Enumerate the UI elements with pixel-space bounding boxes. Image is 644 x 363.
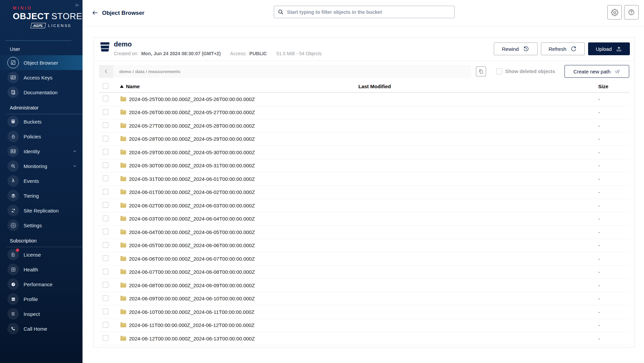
row-checkbox[interactable] [103,109,108,115]
row-checkbox[interactable] [103,216,108,221]
table-row[interactable]: 2024-06-04T00:00:00.000Z_2024-06-05T00:0… [99,226,630,239]
sidebar-item[interactable]: Health [0,262,83,277]
settings-icon [7,220,19,231]
object-browser-icon [7,57,19,68]
breadcrumb-back-button[interactable] [99,65,113,78]
table-row[interactable]: 2024-05-30T00:00:00.000Z_2024-05-31T00:0… [99,159,630,173]
sidebar-item-label: Identity [24,148,40,154]
sidebar-item[interactable]: Tiering [0,188,83,203]
row-checkbox[interactable] [103,269,108,274]
show-deleted-toggle: Show deleted objects [496,68,555,74]
object-name: 2024-06-07T00:00:00.000Z_2024-06-08T00:0… [129,269,255,275]
row-checkbox[interactable] [103,136,108,141]
row-checkbox[interactable] [103,162,108,168]
settings-button[interactable] [607,5,622,20]
call-home-icon [7,323,19,334]
row-checkbox[interactable] [103,308,108,314]
rewind-button[interactable]: Rewind [494,42,538,55]
sidebar-item[interactable]: Performance [0,277,83,292]
sidebar-item[interactable]: Identity [0,144,83,159]
row-checkbox[interactable] [103,189,108,195]
sidebar-item[interactable]: License [0,247,83,262]
object-name: 2024-05-25T00:00:00.000Z_2024-05-26T00:0… [129,96,255,102]
object-name: 2024-06-03T00:00:00.000Z_2024-06-04T00:0… [129,216,255,222]
back-arrow-icon[interactable] [92,9,98,16]
row-checkbox[interactable] [103,175,108,181]
row-checkbox[interactable] [103,282,108,288]
sidebar-item[interactable]: Object Browser [0,55,83,70]
performance-icon [7,278,19,290]
sidebar-section-subscription: Subscription License [0,233,83,336]
row-checkbox[interactable] [103,295,108,301]
size-cell: - [598,216,630,222]
sidebar-item[interactable]: Policies [0,129,83,144]
column-header-name[interactable]: Name [120,84,358,89]
row-checkbox[interactable] [103,242,108,248]
created-label: Created on: [114,51,138,56]
folder-icon [120,136,127,141]
folder-icon [120,335,127,341]
folder-icon [120,202,127,208]
table-row[interactable]: 2024-05-25T00:00:00.000Z_2024-05-26T00:0… [99,93,630,106]
table-row[interactable]: 2024-06-08T00:00:00.000Z_2024-06-09T00:0… [99,279,630,292]
show-deleted-label: Show deleted objects [505,69,555,74]
sidebar-item[interactable]: Site Replication [0,203,83,218]
row-checkbox[interactable] [103,202,108,208]
sidebar-item[interactable]: Buckets [0,114,83,129]
upload-button[interactable]: Upload [588,42,630,55]
row-checkbox[interactable] [103,335,108,341]
sidebar-item[interactable]: Documentation [0,85,83,100]
table-row[interactable]: 2024-05-28T00:00:00.000Z_2024-05-29T00:0… [99,133,630,146]
table-row[interactable]: 2024-06-06T00:00:00.000Z_2024-06-07T00:0… [99,252,630,266]
row-checkbox[interactable] [103,149,108,155]
sidebar-item[interactable]: Profile [0,292,83,306]
collapse-sidebar-icon[interactable] [75,3,80,9]
sidebar-item[interactable]: Call Home [0,321,83,336]
size-cell: - [598,256,630,262]
search-input[interactable] [287,9,451,15]
show-deleted-checkbox[interactable] [496,68,502,74]
select-all-checkbox[interactable] [103,83,108,89]
sidebar-item-label: Tiering [24,193,39,199]
table-row[interactable]: 2024-06-09T00:00:00.000Z_2024-06-10T00:0… [99,292,630,306]
table-row[interactable]: 2024-05-31T00:00:00.000Z_2024-06-01T00:0… [99,172,630,186]
refresh-button[interactable]: Refresh [541,42,585,55]
table-row[interactable]: 2024-06-11T00:00:00.000Z_2024-06-12T00:0… [99,319,630,332]
sidebar-item-label: Access Keys [24,75,53,80]
table-row[interactable]: 2024-05-29T00:00:00.000Z_2024-05-30T00:0… [99,146,630,159]
table-row[interactable]: 2024-06-03T00:00:00.000Z_2024-06-04T00:0… [99,212,630,226]
row-checkbox[interactable] [103,322,108,328]
table-row[interactable]: 2024-06-01T00:00:00.000Z_2024-06-02T00:0… [99,186,630,199]
refresh-icon [570,45,577,52]
row-checkbox[interactable] [103,229,108,234]
table-row[interactable]: 2024-05-27T00:00:00.000Z_2024-05-28T00:0… [99,119,630,133]
object-name: 2024-06-01T00:00:00.000Z_2024-06-02T00:0… [129,189,255,195]
table-row[interactable]: 2024-06-05T00:00:00.000Z_2024-06-06T00:0… [99,239,630,253]
table-row[interactable]: 2024-06-07T00:00:00.000Z_2024-06-08T00:0… [99,266,630,279]
sidebar-item[interactable]: Inspect [0,306,83,321]
logo-divider [5,40,71,41]
size-cell: - [598,269,630,275]
sidebar-item[interactable]: Access Keys [0,70,83,85]
help-button[interactable] [624,5,639,20]
table-row[interactable]: 2024-06-02T00:00:00.000Z_2024-06-03T00:0… [99,199,630,212]
sidebar-item[interactable]: Monitoring [0,159,83,173]
folder-icon [120,149,127,155]
row-checkbox[interactable] [103,122,108,128]
row-checkbox[interactable] [103,255,108,261]
copy-path-button[interactable] [476,66,486,76]
table-row[interactable]: 2024-05-26T00:00:00.000Z_2024-05-27T00:0… [99,106,630,120]
sidebar-item[interactable]: Settings [0,218,83,233]
row-checkbox[interactable] [103,96,108,101]
health-icon [7,264,19,275]
upload-icon [616,46,622,52]
size-cell: - [598,176,630,182]
breadcrumb[interactable]: demo / data / measurements [119,69,181,74]
documentation-icon [7,87,19,98]
table-row[interactable]: 2024-06-10T00:00:00.000Z_2024-06-11T00:0… [99,305,630,319]
create-new-path-button[interactable]: Create new path [565,65,629,78]
access-badge[interactable]: PUBLIC [249,51,267,56]
bucket-name: demo [114,40,132,48]
sidebar-item[interactable]: λ Events [0,173,83,188]
table-row[interactable]: 2024-06-12T00:00:00.000Z_2024-06-13T00:0… [99,332,630,345]
